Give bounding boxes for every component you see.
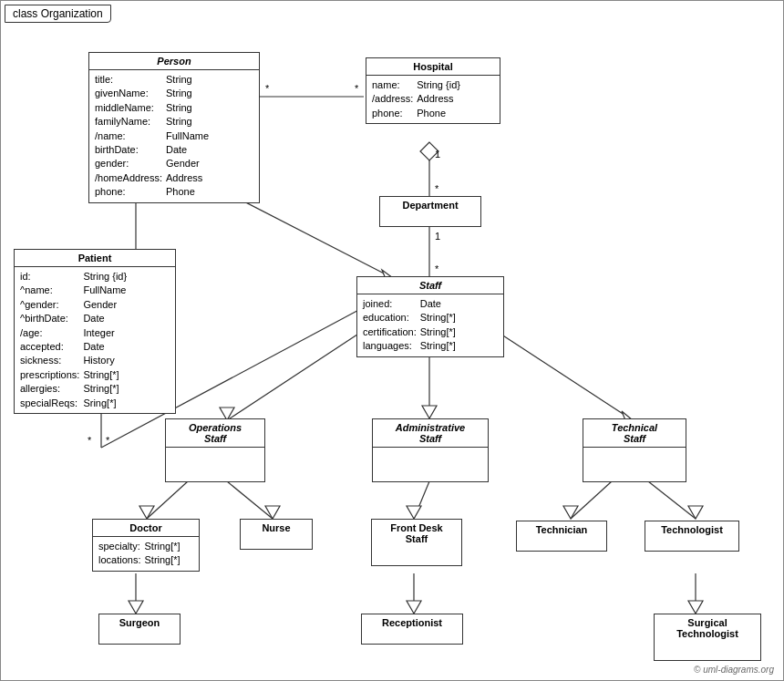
receptionist-class: Receptionist <box>361 614 463 645</box>
svg-text:*: * <box>355 83 359 94</box>
svg-marker-21 <box>139 506 154 519</box>
svg-line-20 <box>147 481 188 519</box>
person-title: Person <box>89 53 259 70</box>
surgeon-class: Surgeon <box>98 614 181 645</box>
patient-attrs: id:String {id} ^name:FullName ^gender:Ge… <box>15 267 175 413</box>
svg-line-28 <box>648 481 696 519</box>
svg-marker-4 <box>420 142 438 160</box>
svg-line-24 <box>414 481 429 519</box>
administrative-staff-class: AdministrativeStaff <box>372 418 489 482</box>
surgical-technologist-title: SurgicalTechnologist <box>655 614 760 642</box>
svg-marker-35 <box>688 601 703 614</box>
svg-text:1: 1 <box>435 231 440 242</box>
technician-class: Technician <box>516 521 607 552</box>
front-desk-staff-title: Front DeskStaff <box>372 520 461 547</box>
svg-marker-33 <box>407 601 421 614</box>
patient-class: Patient id:String {id} ^name:FullName ^g… <box>14 249 176 414</box>
hospital-class: Hospital name:String {id} /address:Addre… <box>366 57 500 124</box>
doctor-class: Doctor specialty:String[*] locations:Str… <box>92 519 200 572</box>
hospital-title: Hospital <box>366 58 500 76</box>
svg-line-26 <box>571 481 612 519</box>
svg-marker-17 <box>422 406 437 418</box>
svg-text:*: * <box>88 435 92 446</box>
person-attrs: title:String givenName:String middleName… <box>89 70 259 202</box>
administrative-staff-title: AdministrativeStaff <box>373 419 488 448</box>
doctor-title: Doctor <box>93 520 199 537</box>
operations-staff-class: OperationsStaff <box>165 418 265 482</box>
staff-class: Staff joined:Date education:String[*] ce… <box>356 276 504 357</box>
svg-line-22 <box>227 481 273 519</box>
technician-title: Technician <box>517 521 606 538</box>
svg-marker-23 <box>265 506 280 519</box>
nurse-class: Nurse <box>240 519 313 550</box>
department-class: Department <box>379 196 481 227</box>
svg-marker-29 <box>688 506 703 519</box>
receptionist-title: Receptionist <box>362 614 462 631</box>
person-class: Person title:String givenName:String mid… <box>88 52 260 203</box>
staff-attrs: joined:Date education:String[*] certific… <box>357 294 503 356</box>
patient-title: Patient <box>15 250 175 267</box>
technologist-class: Technologist <box>645 521 739 552</box>
svg-text:1: 1 <box>435 149 440 160</box>
svg-marker-31 <box>129 601 143 614</box>
svg-line-18 <box>493 329 633 420</box>
svg-text:*: * <box>106 435 110 446</box>
svg-text:*: * <box>435 263 439 274</box>
diagram-title: class Organization <box>5 5 111 23</box>
technical-staff-class: TechnicalStaff <box>583 418 686 482</box>
department-title: Department <box>380 197 480 213</box>
diagram-container: class Organization * * 1 * 1 * <box>0 0 784 681</box>
hospital-attrs: name:String {id} /address:Address phone:… <box>366 76 500 123</box>
svg-text:*: * <box>435 183 439 194</box>
technical-staff-title: TechnicalStaff <box>583 419 686 448</box>
surgical-technologist-class: SurgicalTechnologist <box>654 614 761 661</box>
doctor-attrs: specialty:String[*] locations:String[*] <box>93 537 199 571</box>
svg-marker-27 <box>563 506 578 519</box>
svg-text:*: * <box>265 83 270 94</box>
surgeon-title: Surgeon <box>99 614 180 631</box>
front-desk-staff-class: Front DeskStaff <box>371 519 462 566</box>
svg-line-14 <box>227 329 366 420</box>
svg-marker-25 <box>407 506 421 519</box>
copyright: © uml-diagrams.org <box>694 665 774 675</box>
technologist-title: Technologist <box>645 521 738 538</box>
staff-title: Staff <box>357 277 503 294</box>
operations-staff-title: OperationsStaff <box>166 419 264 448</box>
nurse-title: Nurse <box>241 520 312 536</box>
